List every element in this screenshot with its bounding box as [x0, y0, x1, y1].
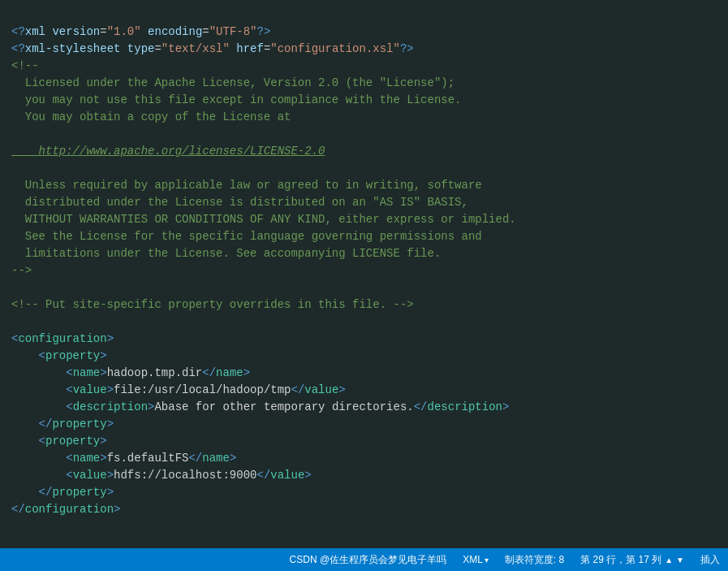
xml-decl-name: xml [25, 25, 45, 38]
val2-close-tag: </ [256, 469, 270, 482]
prop2-close-tag: </ [39, 486, 53, 499]
language-selector[interactable]: XML ▾ [463, 554, 489, 565]
val2-value: hdfs://localhost:9000 [114, 469, 256, 482]
name1-close-end: > [243, 366, 250, 379]
val2-open-close: > [107, 469, 114, 482]
type-attr: type [127, 42, 155, 55]
csdn-watermark: CSDN @佐生程序员会梦见电子羊吗 [290, 553, 447, 567]
config-tag-name: configuration [18, 332, 106, 345]
name2-close-tag: </ [188, 452, 202, 465]
comment-line-1: Licensed under the Apache License, Versi… [11, 76, 454, 89]
val1-close-tag: </ [291, 383, 304, 396]
config-open-tag-close: > [107, 332, 114, 345]
pi-close: ?> [400, 42, 414, 55]
val1-close-end: > [338, 383, 345, 396]
code-content: <?xml version="1.0" encoding="UTF-8"?> <… [0, 6, 728, 535]
val1-tag-name: value [73, 383, 107, 396]
prop1-open-tag: < [39, 349, 45, 362]
cursor-position: 第 29 行，第 17 列 ▲ ▼ [580, 553, 684, 567]
language-dropdown-arrow: ▾ [485, 556, 489, 565]
val2-open-tag: < [66, 469, 72, 482]
license-link[interactable]: http://www.apache.org/licenses/LICENSE-2… [11, 145, 325, 158]
name1-open-close: > [100, 366, 106, 379]
up-arrow-icon: ▲ [665, 556, 673, 565]
status-bar: CSDN @佐生程序员会梦见电子羊吗 XML ▾ 制表符宽度: 8 第 29 行… [0, 548, 728, 571]
version-attr: version [52, 25, 100, 38]
desc1-open-tag: < [66, 400, 72, 413]
href-val: "configuration.xsl" [270, 42, 400, 55]
prop1-close-tag: </ [39, 417, 53, 430]
prop2-close-name: property [52, 486, 106, 499]
name1-close-tag: </ [202, 366, 216, 379]
val2-tag-name: value [73, 469, 107, 482]
pi-open: <? [11, 42, 25, 55]
prop2-tag-name: property [45, 435, 100, 448]
xml-decl-open: <? [11, 25, 25, 38]
version-val: "1.0" [107, 25, 141, 38]
encoding-attr: encoding [148, 25, 202, 38]
val1-open-close: > [107, 383, 114, 396]
comment-line-8: limitations under the License. See accom… [11, 247, 441, 260]
desc1-tag-name: description [73, 400, 148, 413]
config-close-tag: </ [11, 503, 25, 516]
prop2-close-end: > [107, 486, 114, 499]
comment-line-6: WITHOUT WARRANTIES OR CONDITIONS OF ANY … [11, 213, 516, 226]
config-close-end: > [114, 503, 120, 516]
prop2-open-tag: < [39, 435, 45, 448]
name1-open-tag: < [66, 366, 72, 379]
desc1-close-name: description [428, 400, 502, 413]
name2-close-name: name [202, 452, 230, 465]
tab-size: 制表符宽度: 8 [505, 553, 564, 567]
val2-close-name: value [270, 469, 304, 482]
href-attr: href [236, 42, 264, 55]
editor-mode: 插入 [700, 553, 720, 567]
name2-value: fs.defaultFS [107, 452, 189, 465]
comment-line-3: You may obtain a copy of the License at [11, 110, 291, 123]
editor-area: <?xml version="1.0" encoding="UTF-8"?> <… [0, 0, 728, 548]
comment-line-5: distributed under the License is distrib… [11, 196, 468, 209]
prop1-close-end: > [107, 417, 114, 430]
comment-open: <!-- [11, 59, 39, 72]
comment-line-7: See the License for the specific languag… [11, 230, 482, 243]
comment-line-2: you may not use this file except in comp… [11, 93, 462, 106]
name2-open-tag: < [66, 452, 72, 465]
name2-tag-name: name [73, 452, 101, 465]
prop1-close-name: property [52, 417, 106, 430]
comment-inline: <!-- Put site-specific property override… [11, 298, 414, 311]
val1-close-name: value [304, 383, 338, 396]
name2-open-close: > [100, 452, 106, 465]
val1-value: file:/usr/local/hadoop/tmp [114, 383, 291, 396]
desc1-value: Abase for other temporary directories. [154, 400, 413, 413]
config-close-name: configuration [25, 503, 114, 516]
prop1-tag-name: property [45, 349, 100, 362]
prop1-open-tag-close: > [100, 349, 106, 362]
name1-tag-name: name [73, 366, 101, 379]
prop2-open-tag-close: > [100, 435, 106, 448]
name2-close-end: > [230, 452, 236, 465]
name1-value: hadoop.tmp.dir [107, 366, 203, 379]
xml-decl-close: ?> [257, 25, 271, 38]
comment-line-4: Unless required by applicable law or agr… [11, 179, 482, 192]
encoding-val: "UTF-8" [209, 25, 257, 38]
down-arrow-icon: ▼ [676, 556, 684, 565]
val2-close-end: > [304, 469, 311, 482]
pi-name: xml-stylesheet [25, 42, 121, 55]
type-val: "text/xsl" [162, 42, 230, 55]
desc1-close-end: > [502, 400, 509, 413]
val1-open-tag: < [66, 383, 72, 396]
name1-close-name: name [216, 366, 243, 379]
comment-close: --> [11, 264, 32, 277]
desc1-close-tag: </ [414, 400, 428, 413]
